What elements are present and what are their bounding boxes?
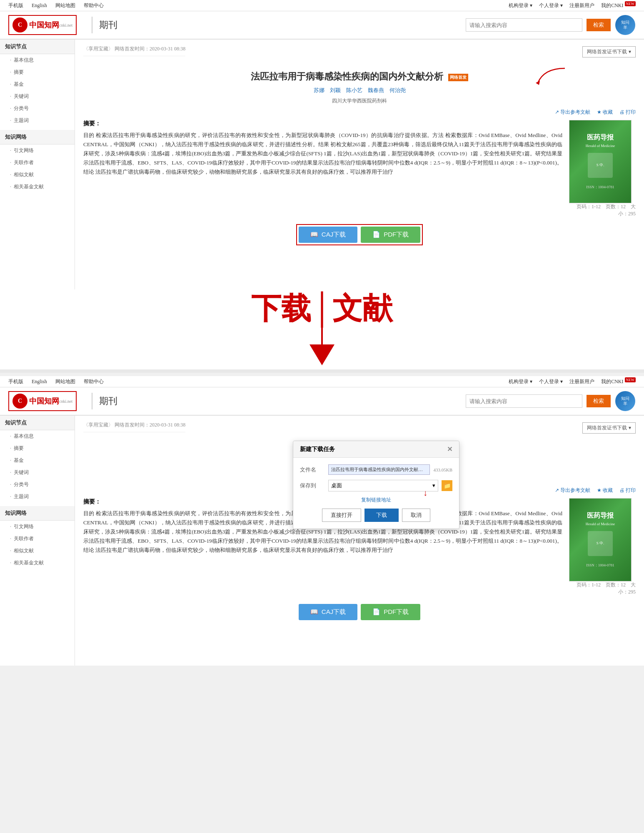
annotation-arrow-top xyxy=(536,66,569,89)
search-button-2[interactable]: 检索 xyxy=(587,395,611,407)
caj-download-button-2[interactable]: 📖 CAJ下载 xyxy=(299,604,357,620)
network-first-btn[interactable]: 网络首发证书下载 ▾ xyxy=(582,46,636,57)
search-button[interactable]: 检索 xyxy=(587,19,611,31)
dropdown-icon: ▾ xyxy=(432,482,435,489)
pdf-download-button-2[interactable]: 📄 PDF下载 xyxy=(361,604,420,620)
sidebar-item-basic[interactable]: 基本信息 xyxy=(0,54,75,66)
header-divider xyxy=(92,17,92,33)
collect-link-2[interactable]: ★ 收藏 xyxy=(597,487,613,494)
export-link-2[interactable]: ↗ 导出参考文献 xyxy=(555,487,590,494)
sidebar-item-related-fund-2[interactable]: 相关基金文献 xyxy=(0,557,75,569)
sidebar-item-citation[interactable]: 引文网络 xyxy=(0,145,75,157)
download-button-dlg[interactable]: 下载 xyxy=(364,509,399,522)
sidebar-item-subject-2[interactable]: 主题词 xyxy=(0,491,75,503)
sidebar: 知识节点 基本信息 摘要 基金 关键词 分类号 主题词 知识网络 引文网络 关联… xyxy=(0,40,75,289)
zhiwenyan-logo-2[interactable]: 知问羊 xyxy=(615,391,636,412)
print-icon: 🖨 xyxy=(619,109,624,115)
english-link[interactable]: English xyxy=(32,2,47,9)
print-link-2[interactable]: 🖨 打印 xyxy=(619,487,636,494)
personal-login-2[interactable]: 个人登录 ▾ xyxy=(539,378,563,385)
download-dialog[interactable]: 新建下载任务 ✕ 文件名 法匹拉韦用于病毒感染性疾病的国内外文献分析 苏娜 43… xyxy=(293,441,459,529)
article-title-area: 法匹拉韦用于病毒感染性疾病的国内外文献分析 网络首发 xyxy=(83,70,636,83)
english-link-2[interactable]: English xyxy=(32,379,47,385)
sitemap-link-2[interactable]: 网站地图 xyxy=(55,378,75,385)
mobile-link[interactable]: 手机版 xyxy=(8,2,23,9)
annotation-text: 下载│文献 xyxy=(0,294,644,324)
sidebar-item-classno[interactable]: 分类号 xyxy=(0,102,75,115)
copy-link[interactable]: ↓ 复制链接地址 xyxy=(300,496,452,504)
sidebar-item-keywords-2[interactable]: 关键词 xyxy=(0,466,75,479)
journal-name-cn: 医药导报 xyxy=(587,133,614,142)
search-input[interactable] xyxy=(466,18,582,32)
knowledge-nodes-title-2: 知识节点 xyxy=(0,416,75,430)
cnki-icon: C xyxy=(12,17,27,32)
content-area-2: 知识节点 基本信息 摘要 基金 关键词 分类号 主题词 知识网络 引文网络 关联… xyxy=(0,416,644,666)
search-input-2[interactable] xyxy=(466,394,582,408)
main-header: C 中国知网 cnki.net 期刊 检索 知问羊 xyxy=(0,11,644,40)
cancel-button[interactable]: 取消 xyxy=(402,509,430,522)
sidebar-item-similar[interactable]: 相似文献 xyxy=(0,169,75,181)
dialog-close-button[interactable]: ✕ xyxy=(447,445,452,453)
journal-cover-img: 医药导报 Herald of Medicine S 中. ISSN：1004-0… xyxy=(569,120,632,203)
folder-icon: 📁 xyxy=(444,482,451,489)
mobile-link-2[interactable]: 手机版 xyxy=(8,378,23,385)
main-header-2: C 中国知网 cnki.net 期刊 检索 知问羊 xyxy=(0,387,644,416)
institution-login-2[interactable]: 机构登录 ▾ xyxy=(509,378,532,385)
sidebar-item-related-fund[interactable]: 相关基金文献 xyxy=(0,181,75,193)
journal-logo-placeholder: S 中. xyxy=(588,153,613,178)
sidebar-item-related-authors[interactable]: 关联作者 xyxy=(0,157,75,169)
zhiwenyan-logo[interactable]: 知问羊 xyxy=(615,15,636,35)
open-button[interactable]: 直接打开 xyxy=(322,509,361,522)
arrow-head xyxy=(310,344,334,365)
help-link-2[interactable]: 帮助中心 xyxy=(84,378,104,385)
collect-link[interactable]: ★ 收藏 xyxy=(597,109,613,116)
export-icon-2: ↗ xyxy=(555,487,559,494)
dialog-title: 新建下载任务 xyxy=(300,446,335,453)
sidebar-item-fund-2[interactable]: 基金 xyxy=(0,454,75,466)
journal-issn: ISSN：1004-0781 xyxy=(586,185,614,190)
register-link-2[interactable]: 注册新用户 xyxy=(569,378,594,385)
logo-area-2[interactable]: C 中国知网 cnki.net xyxy=(8,391,77,411)
zhiwenyan-icon-2: 知问羊 xyxy=(615,391,635,411)
sidebar-item-abstract-2[interactable]: 摘要 xyxy=(0,442,75,454)
personal-login[interactable]: 个人登录 ▾ xyxy=(539,2,563,9)
caj-download-button[interactable]: 📖 CAJ下载 xyxy=(299,227,357,243)
sidebar-item-keywords[interactable]: 关键词 xyxy=(0,90,75,102)
my-cnki[interactable]: 我的CNKI NEW xyxy=(601,2,636,9)
sidebar-item-similar-2[interactable]: 相似文献 xyxy=(0,545,75,557)
publish-time-2: 网络首发时间：2020-03-31 08:38 xyxy=(115,422,185,428)
section-divider xyxy=(0,369,644,373)
export-link[interactable]: ↗ 导出参考文献 xyxy=(555,109,590,116)
pdf-download-button[interactable]: 📄 PDF下载 xyxy=(361,227,420,243)
save-path-input[interactable]: 桌面 ▾ xyxy=(328,480,438,491)
institution-login[interactable]: 机构登录 ▾ xyxy=(509,2,532,9)
zhiwenyan-icon: 知问羊 xyxy=(615,15,635,35)
top-navigation-2: 手机版 English 网站地图 帮助中心 机构登录 ▾ 个人登录 ▾ 注册新用… xyxy=(0,376,644,387)
folder-button[interactable]: 📁 xyxy=(442,480,452,491)
sidebar-item-citation-2[interactable]: 引文网络 xyxy=(0,521,75,533)
down-arrow-container xyxy=(0,324,644,369)
help-link[interactable]: 帮助中心 xyxy=(84,2,104,9)
search-area: 检索 知问羊 xyxy=(117,15,636,35)
register-link[interactable]: 注册新用户 xyxy=(569,2,594,9)
download-area-2: 📖 CAJ下载 📄 PDF下载 xyxy=(83,602,636,622)
sidebar-item-fund[interactable]: 基金 xyxy=(0,78,75,90)
logo-area[interactable]: C 中国知网 cnki.net xyxy=(8,15,77,35)
sidebar-item-basic-2[interactable]: 基本信息 xyxy=(0,430,75,442)
export-icon: ↗ xyxy=(555,109,559,115)
search-area-2: 检索 知问羊 xyxy=(117,391,636,412)
sidebar-item-classno-2[interactable]: 分类号 xyxy=(0,479,75,491)
cnki-logo: C 中国知网 xyxy=(12,17,59,32)
book-icon: 📖 xyxy=(310,231,318,238)
star-icon: ★ xyxy=(597,109,602,115)
annotation-section: 下载│文献 xyxy=(0,289,644,369)
my-cnki-2[interactable]: 我的CNKI NEW xyxy=(601,378,636,385)
sidebar-item-abstract[interactable]: 摘要 xyxy=(0,66,75,78)
sidebar-item-subject[interactable]: 主题词 xyxy=(0,115,75,127)
network-first-btn-2[interactable]: 网络首发证书下载 ▾ xyxy=(582,422,636,434)
journal-cover-2: 医药导报 Herald of Medicine S 中. ISSN：1004-0… xyxy=(569,498,636,596)
sidebar-item-related-authors-2[interactable]: 关联作者 xyxy=(0,533,75,545)
sitemap-link[interactable]: 网站地图 xyxy=(55,2,75,9)
top-navigation: 手机版 English 网站地图 帮助中心 机构登录 ▾ 个人登录 ▾ 注册新用… xyxy=(0,0,644,11)
print-link[interactable]: 🖨 打印 xyxy=(619,109,636,116)
